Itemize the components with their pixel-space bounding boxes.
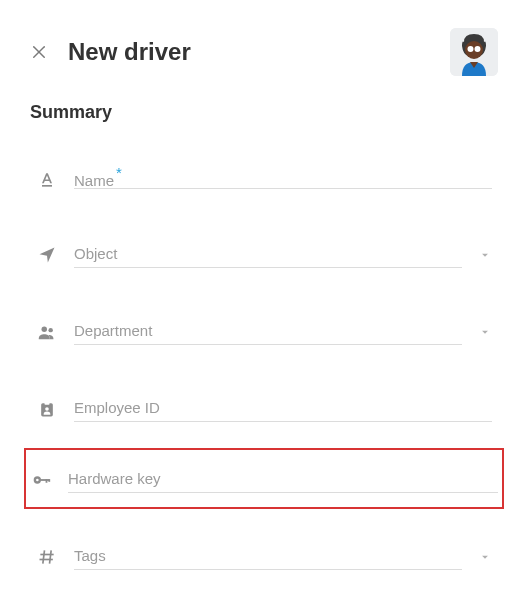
location-arrow-icon: [36, 244, 58, 266]
required-mark: *: [116, 164, 122, 181]
header: New driver: [30, 28, 498, 76]
chevron-down-icon[interactable]: [478, 248, 492, 262]
object-input[interactable]: [74, 241, 462, 268]
key-icon: [30, 469, 52, 491]
chevron-down-icon[interactable]: [478, 325, 492, 339]
svg-rect-14: [40, 479, 49, 481]
hash-icon: [36, 546, 58, 568]
section-title: Summary: [30, 102, 498, 123]
row-department: [30, 298, 498, 353]
svg-point-8: [48, 327, 52, 331]
svg-rect-10: [45, 401, 50, 404]
svg-line-18: [50, 550, 52, 563]
row-name: Name *: [30, 149, 498, 199]
form-content: Summary Name *: [30, 102, 498, 578]
svg-rect-15: [46, 479, 48, 483]
svg-point-5: [475, 46, 481, 52]
row-hardware-key: [24, 448, 504, 509]
hardware-key-input[interactable]: [68, 466, 498, 493]
employee-id-input[interactable]: [74, 395, 492, 422]
people-icon: [36, 321, 58, 343]
id-badge-icon: [36, 398, 58, 420]
employee-id-field[interactable]: [74, 395, 492, 422]
object-field[interactable]: [74, 241, 462, 268]
close-icon[interactable]: [30, 43, 48, 61]
name-label: Name: [74, 172, 114, 189]
tags-field[interactable]: [74, 543, 462, 570]
row-tags: [30, 523, 498, 578]
row-object: [30, 221, 498, 276]
svg-rect-16: [48, 479, 50, 482]
department-field[interactable]: [74, 318, 462, 345]
svg-point-7: [42, 326, 48, 332]
text-style-icon: [36, 169, 58, 191]
row-employee-id: [30, 375, 498, 430]
avatar[interactable]: [450, 28, 498, 76]
department-input[interactable]: [74, 318, 462, 345]
svg-rect-6: [42, 185, 52, 187]
page-title: New driver: [68, 38, 191, 66]
svg-point-4: [468, 46, 474, 52]
name-field[interactable]: Name *: [74, 172, 492, 189]
chevron-down-icon[interactable]: [478, 550, 492, 564]
svg-point-11: [45, 407, 49, 411]
header-left: New driver: [30, 38, 191, 66]
hardware-key-field[interactable]: [68, 466, 498, 493]
svg-line-17: [43, 550, 45, 563]
tags-input[interactable]: [74, 543, 462, 570]
svg-point-13: [36, 478, 39, 481]
